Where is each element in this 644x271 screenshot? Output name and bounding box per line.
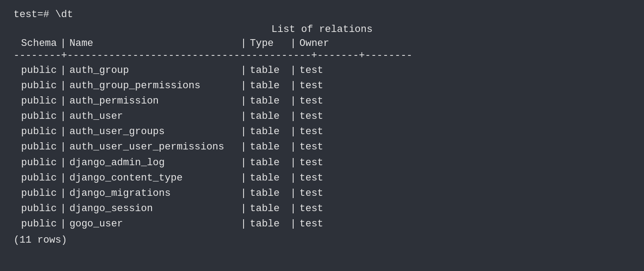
divider-line: --------+-------------------------------… <box>14 50 630 61</box>
cell-sep3: | <box>289 186 298 201</box>
terminal-window: test=# \dt List of relations Schema | Na… <box>14 9 630 262</box>
header-name: Name <box>68 38 239 49</box>
header-sep1: | <box>59 38 68 49</box>
cell-owner: test <box>298 140 334 155</box>
cell-type: table <box>248 217 289 232</box>
cell-type: table <box>248 109 289 124</box>
cell-type: table <box>248 155 289 171</box>
header-type: Type <box>248 38 289 49</box>
table-row: public | django_session | table | test <box>14 201 630 217</box>
cell-type: table <box>248 63 289 78</box>
cell-type: table <box>248 124 289 140</box>
cell-owner: test <box>298 124 334 140</box>
cell-sep1: | <box>59 63 68 78</box>
header-sep3: | <box>289 38 298 49</box>
cell-sep3: | <box>289 201 298 217</box>
cell-sep2: | <box>239 109 248 124</box>
cell-name: auth_user_user_permissions <box>68 140 239 155</box>
cell-owner: test <box>298 186 334 201</box>
cell-schema: public <box>14 140 59 155</box>
cell-owner: test <box>298 78 334 94</box>
cell-sep3: | <box>289 140 298 155</box>
table-row: public | django_admin_log | table | test <box>14 155 630 171</box>
cell-sep2: | <box>239 155 248 171</box>
cell-sep2: | <box>239 171 248 186</box>
cell-name: auth_user <box>68 109 239 124</box>
table-row: public | auth_permission | table | test <box>14 94 630 109</box>
cell-name: django_session <box>68 201 239 217</box>
table-row: public | gogo_user | table | test <box>14 217 630 232</box>
cell-name: django_migrations <box>68 186 239 201</box>
cell-name: auth_permission <box>68 94 239 109</box>
cell-schema: public <box>14 201 59 217</box>
header-owner: Owner <box>298 38 334 49</box>
cell-name: django_content_type <box>68 171 239 186</box>
cell-schema: public <box>14 186 59 201</box>
cell-owner: test <box>298 94 334 109</box>
cell-schema: public <box>14 78 59 94</box>
cell-sep1: | <box>59 124 68 140</box>
cell-name: auth_group <box>68 63 239 78</box>
cell-sep1: | <box>59 78 68 94</box>
footer-row-count: (11 rows) <box>14 235 630 246</box>
cell-sep2: | <box>239 217 248 232</box>
cell-owner: test <box>298 155 334 171</box>
cell-sep1: | <box>59 140 68 155</box>
cell-owner: test <box>298 63 334 78</box>
cell-owner: test <box>298 109 334 124</box>
command-line: test=# \dt <box>14 9 630 20</box>
cell-sep3: | <box>289 155 298 171</box>
cell-type: table <box>248 94 289 109</box>
command-text: test=# \dt <box>14 9 73 20</box>
cell-sep2: | <box>239 140 248 155</box>
cell-sep3: | <box>289 78 298 94</box>
cell-owner: test <box>298 201 334 217</box>
cell-type: table <box>248 140 289 155</box>
cell-schema: public <box>14 217 59 232</box>
cell-schema: public <box>14 63 59 78</box>
table-row: public | auth_user | table | test <box>14 109 630 124</box>
cell-schema: public <box>14 171 59 186</box>
table-title: List of relations <box>14 24 630 35</box>
cell-sep1: | <box>59 109 68 124</box>
cell-schema: public <box>14 155 59 171</box>
cell-sep1: | <box>59 201 68 217</box>
cell-sep2: | <box>239 124 248 140</box>
cell-type: table <box>248 186 289 201</box>
table-header: Schema | Name | Type | Owner <box>14 38 630 49</box>
cell-sep1: | <box>59 171 68 186</box>
cell-owner: test <box>298 171 334 186</box>
table-body: public | auth_group | table | test publi… <box>14 63 630 232</box>
cell-name: auth_user_groups <box>68 124 239 140</box>
cell-sep2: | <box>239 78 248 94</box>
cell-type: table <box>248 78 289 94</box>
cell-owner: test <box>298 217 334 232</box>
cell-sep2: | <box>239 94 248 109</box>
table-row: public | auth_user_user_permissions | ta… <box>14 140 630 155</box>
header-sep2: | <box>239 38 248 49</box>
cell-sep3: | <box>289 124 298 140</box>
cell-name: django_admin_log <box>68 155 239 171</box>
cell-name: auth_group_permissions <box>68 78 239 94</box>
table-row: public | auth_group | table | test <box>14 63 630 78</box>
cell-sep1: | <box>59 186 68 201</box>
header-schema: Schema <box>14 38 59 49</box>
table-row: public | auth_group_permissions | table … <box>14 78 630 94</box>
cell-sep1: | <box>59 155 68 171</box>
cell-sep1: | <box>59 217 68 232</box>
cell-sep3: | <box>289 217 298 232</box>
cell-sep3: | <box>289 109 298 124</box>
table-row: public | auth_user_groups | table | test <box>14 124 630 140</box>
cell-schema: public <box>14 109 59 124</box>
cell-sep3: | <box>289 63 298 78</box>
cell-sep2: | <box>239 201 248 217</box>
cell-schema: public <box>14 94 59 109</box>
cell-sep3: | <box>289 171 298 186</box>
cell-schema: public <box>14 124 59 140</box>
table-row: public | django_content_type | table | t… <box>14 171 630 186</box>
cell-sep2: | <box>239 63 248 78</box>
cell-type: table <box>248 171 289 186</box>
table-row: public | django_migrations | table | tes… <box>14 186 630 201</box>
cell-type: table <box>248 201 289 217</box>
cell-sep1: | <box>59 94 68 109</box>
